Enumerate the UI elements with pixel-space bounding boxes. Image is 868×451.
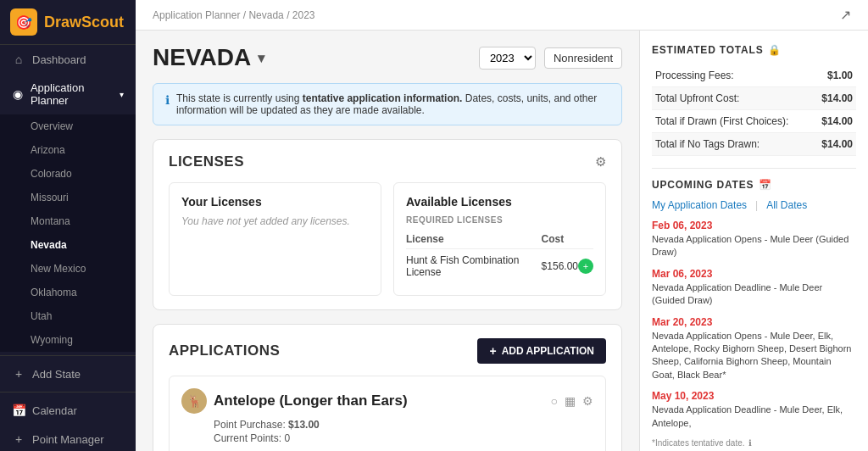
app-settings-icon[interactable]: ⚙	[582, 394, 593, 408]
estimated-totals-section: ESTIMATED TOTALS 🔒 Processing Fees: $1.0…	[652, 44, 856, 156]
plus-icon: +	[12, 367, 25, 381]
right-panel: ESTIMATED TOTALS 🔒 Processing Fees: $1.0…	[639, 31, 868, 451]
home-icon: ⌂	[12, 53, 25, 66]
logo-text: DrawScout	[44, 14, 124, 31]
calendar-label: Calendar	[32, 404, 77, 417]
estimated-totals-title: ESTIMATED TOTALS 🔒	[652, 44, 856, 56]
upcoming-dates-section: UPCOMING DATES 📅 My Application Dates | …	[652, 179, 856, 448]
info-icon: ℹ	[165, 93, 170, 107]
sidebar-item-missouri[interactable]: Missouri	[0, 186, 136, 209]
divider-1	[652, 168, 856, 169]
logo-draw: Draw	[44, 14, 81, 31]
year-selector[interactable]: 2023	[479, 47, 536, 70]
dates-filter-links: My Application Dates | All Dates	[652, 199, 856, 211]
date-desc: Nevada Application Deadline - Mule Deer,…	[652, 404, 856, 430]
alert-box: ℹ This state is currently using tentativ…	[153, 83, 622, 125]
license-add-action[interactable]: +	[578, 249, 593, 284]
sidebar-item-arizona[interactable]: Arizona	[0, 138, 136, 162]
your-licenses-title: Your Licenses	[181, 195, 369, 209]
sidebar-item-nevada[interactable]: Nevada	[0, 233, 136, 257]
totals-table: Processing Fees: $1.00 Total Upfront Cos…	[652, 64, 856, 156]
app-meta: Point Purchase: $13.00 Current Points: 0	[214, 419, 593, 444]
totals-row-upfront: Total Upfront Cost: $14.00	[652, 87, 856, 110]
breadcrumb-link-nevada[interactable]: Nevada	[248, 9, 283, 21]
app-card-actions: ○ ▦ ⚙	[551, 394, 593, 408]
available-licenses-title: Available Licenses	[406, 195, 593, 209]
header-controls: 2023 Nonresident	[479, 47, 622, 70]
main-area: Application Planner / Nevada / 2023 ↗︎ N…	[136, 0, 868, 451]
app-card-header: 🦌 Antelope (Longer than Ears) ○ ▦ ⚙	[181, 388, 593, 414]
topbar: Application Planner / Nevada / 2023 ↗︎	[136, 0, 868, 31]
breadcrumb-year: 2023	[292, 9, 315, 21]
totals-label: Total if No Tags Drawn:	[652, 133, 813, 156]
breadcrumb-link-planner[interactable]: Application Planner	[153, 9, 240, 21]
current-points: Current Points: 0	[214, 432, 593, 444]
sidebar-item-oklahoma[interactable]: Oklahoma	[0, 281, 136, 304]
breadcrumb: Application Planner / Nevada / 2023	[153, 9, 315, 21]
licenses-gear-icon[interactable]: ⚙	[595, 154, 606, 170]
applications-title: APPLICATIONS	[169, 342, 280, 359]
logo-icon: 🎯	[10, 8, 37, 36]
info-circle-icon: ℹ	[748, 438, 752, 448]
date-desc: Nevada Application Opens - Mule Deer (Gu…	[652, 233, 856, 259]
totals-label: Processing Fees:	[652, 64, 813, 87]
alert-text: This state is currently using tentative …	[176, 92, 609, 116]
app-species-icon: 🦌	[181, 388, 207, 414]
chevron-down-icon: ▾	[120, 90, 124, 99]
date-label: Mar 20, 2023	[652, 316, 856, 328]
date-item-3: Mar 20, 2023 Nevada Application Opens - …	[652, 316, 856, 382]
licenses-title: LICENSES	[169, 153, 244, 170]
date-item-1: Feb 06, 2023 Nevada Application Opens - …	[652, 220, 856, 259]
table-row: Hunt & Fish Combination License $156.00 …	[406, 249, 593, 284]
nav-divider-1	[0, 355, 136, 356]
totals-label: Total Upfront Cost:	[652, 87, 813, 110]
add-license-icon: +	[578, 259, 593, 274]
toggle-icon[interactable]: ○	[551, 394, 558, 408]
sidebar-item-montana[interactable]: Montana	[0, 209, 136, 233]
center-panel: NEVADA ▾ 2023 Nonresident ℹ This state i…	[136, 31, 639, 451]
totals-label: Total if Drawn (First Choices):	[652, 110, 813, 133]
grid-icon[interactable]: ▦	[565, 394, 576, 408]
licenses-header: LICENSES ⚙	[169, 153, 606, 170]
license-col-header: License	[406, 230, 542, 249]
app-species-name: Antelope (Longer than Ears)	[214, 393, 408, 409]
nav-divider-2	[0, 392, 136, 393]
your-licenses-empty-text: You have not yet added any licenses.	[181, 215, 369, 227]
sidebar-item-dashboard[interactable]: ⌂ Dashboard	[0, 45, 136, 74]
application-planner-label: Application Planner	[31, 81, 113, 107]
totals-value: $14.00	[813, 133, 856, 156]
sidebar-item-wyoming[interactable]: Wyoming	[0, 328, 136, 352]
license-cost: $156.00	[542, 249, 578, 284]
residency-badge[interactable]: Nonresident	[544, 47, 622, 69]
page-title: NEVADA ▾	[153, 44, 264, 71]
applications-header: APPLICATIONS + ADD APPLICATION	[169, 338, 606, 364]
sidebar-item-overview[interactable]: Overview	[0, 114, 136, 138]
upcoming-dates-title: UPCOMING DATES 📅	[652, 179, 856, 191]
sidebar: 🎯 DrawScout ⌂ Dashboard ◉ Application Pl…	[0, 0, 136, 451]
export-icon[interactable]: ↗︎	[840, 7, 851, 23]
date-item-4: May 10, 2023 Nevada Application Deadline…	[652, 390, 856, 430]
date-label: May 10, 2023	[652, 390, 856, 402]
sidebar-item-colorado[interactable]: Colorado	[0, 162, 136, 186]
add-state-label: Add State	[32, 368, 81, 381]
tentative-note: *Indicates tentative date. ℹ	[652, 438, 856, 448]
sidebar-item-point-manager[interactable]: + Point Manager	[0, 425, 136, 451]
your-licenses-panel: Your Licenses You have not yet added any…	[169, 182, 381, 296]
sidebar-item-application-planner[interactable]: ◉ Application Planner ▾	[0, 74, 136, 114]
title-dropdown-arrow[interactable]: ▾	[258, 50, 264, 66]
date-desc: Nevada Application Deadline - Mule Deer …	[652, 281, 856, 308]
points-icon: +	[12, 432, 25, 446]
my-application-dates-link[interactable]: My Application Dates	[652, 199, 747, 211]
sidebar-item-calendar[interactable]: 📅 Calendar	[0, 396, 136, 425]
totals-row-processing: Processing Fees: $1.00	[652, 64, 856, 87]
point-purchase: Point Purchase: $13.00	[214, 419, 593, 431]
sidebar-item-utah[interactable]: Utah	[0, 304, 136, 328]
date-label: Feb 06, 2023	[652, 220, 856, 231]
applications-section: APPLICATIONS + ADD APPLICATION 🦌 Antelop…	[153, 324, 622, 451]
sidebar-item-new-mexico[interactable]: New Mexico	[0, 257, 136, 281]
add-application-button[interactable]: + ADD APPLICATION	[477, 338, 606, 364]
sidebar-item-add-state[interactable]: + Add State	[0, 359, 136, 388]
license-name: Hunt & Fish Combination License	[406, 249, 542, 284]
all-dates-link[interactable]: All Dates	[766, 199, 807, 211]
available-licenses-panel: Available Licenses REQUIRED LICENSES Lic…	[393, 182, 606, 296]
